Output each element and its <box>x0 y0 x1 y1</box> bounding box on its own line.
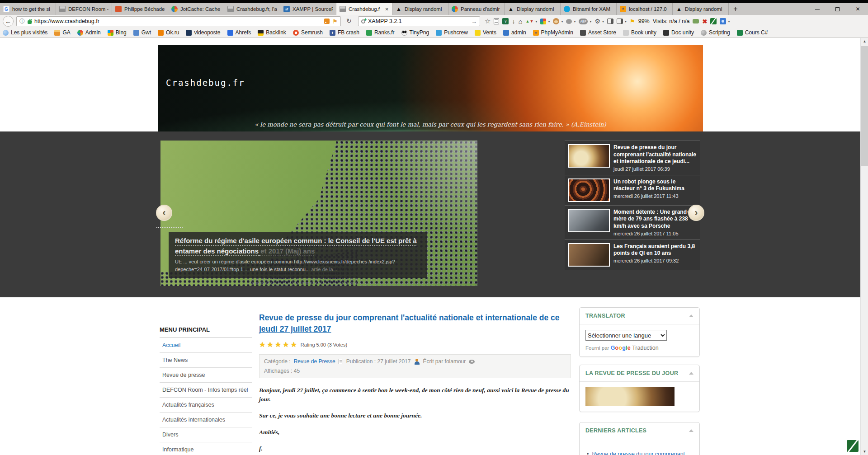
star-icon[interactable]: ★ <box>259 340 265 349</box>
browser-tab[interactable]: ▲Display randoml <box>505 3 561 15</box>
vertical-scrollbar[interactable]: ▲ ▼ <box>860 38 868 455</box>
sidebar-menu-item[interactable]: Actualités internationales <box>160 413 252 427</box>
bookmark-item[interactable]: Backlink <box>258 29 286 36</box>
browser-tab[interactable]: sfXAMPP | SourceF <box>280 3 336 15</box>
bookmark-item[interactable]: Les plus visités <box>3 29 47 36</box>
slider-prev-button[interactable]: ‹ <box>156 205 172 221</box>
bookmark-flag-icon[interactable]: ⚑ <box>332 18 338 25</box>
star-icon[interactable]: ★ <box>275 340 281 349</box>
maximize-button[interactable] <box>827 3 848 15</box>
site-info-icon[interactable]: ⓘ <box>19 18 25 25</box>
star-icon[interactable]: ★ <box>283 340 289 349</box>
caret-icon[interactable]: ▾ <box>561 19 563 23</box>
sidebar-menu-item[interactable]: The News <box>160 353 252 368</box>
av-triangles-icon[interactable]: ▲▼ <box>526 19 534 23</box>
bookmark-item[interactable]: TinyPng <box>401 29 429 36</box>
search-bar[interactable]: → <box>358 16 480 26</box>
search-engine-icon[interactable] <box>361 19 365 23</box>
scrollbar-thumb[interactable] <box>861 46 868 166</box>
rss-icon[interactable] <box>324 19 330 24</box>
handshake-icon[interactable] <box>693 19 699 23</box>
news-title[interactable]: Les Français auraient perdu 3,8 points d… <box>613 243 696 257</box>
sidebar-menu-item[interactable]: Informatique <box>160 442 252 455</box>
caret-icon[interactable]: ▾ <box>728 19 730 23</box>
browser-tab[interactable]: Bitnami for XAM <box>561 3 617 15</box>
bookmark-star-icon[interactable]: ☆ <box>485 17 491 25</box>
tab-close-icon[interactable]: ✕ <box>384 7 389 12</box>
bookmark-item[interactable]: Bing <box>108 29 127 36</box>
search-go-icon[interactable]: → <box>471 18 477 25</box>
browser-tab[interactable]: Crashdebug.f✕ <box>336 3 392 15</box>
search-input[interactable] <box>368 18 468 24</box>
star-icon[interactable]: ★ <box>267 340 273 349</box>
extension-grid-icon[interactable] <box>540 19 546 24</box>
browser-tab[interactable]: DEFCON Room - <box>56 3 112 15</box>
revue-thumbnail[interactable] <box>585 387 675 406</box>
news-item[interactable]: Les Français auraient perdu 3,8 points d… <box>565 240 700 270</box>
slide-title[interactable]: Réforme du régime d'asile européen commu… <box>175 236 421 256</box>
download-icon[interactable]: ↓ <box>512 18 515 25</box>
bookmark-item[interactable]: Doc unity <box>663 29 694 36</box>
caret-icon[interactable]: ▾ <box>548 19 550 23</box>
bookmark-item[interactable]: Vents <box>475 29 496 36</box>
bookmark-item[interactable]: Ranks.fr <box>366 29 395 36</box>
bookmark-item[interactable]: Gwt <box>133 29 151 36</box>
scroll-up-icon[interactable]: ▲ <box>861 39 868 43</box>
news-title[interactable]: Un robot plonge sous le réacteur n° 3 de… <box>613 178 696 192</box>
greasemonkey-icon[interactable] <box>553 18 559 24</box>
sidebar-menu-item[interactable]: Divers <box>160 427 252 442</box>
slider-slide[interactable]: Réforme du régime d'asile européen commu… <box>160 141 477 286</box>
scroll-down-icon[interactable]: ▼ <box>861 450 868 454</box>
home-icon[interactable]: ⌂ <box>518 18 522 25</box>
star-icon[interactable]: ★ <box>290 340 297 349</box>
bookmark-item[interactable]: Cours C# <box>737 29 768 36</box>
news-item[interactable]: Revue de presse du jour comprenant l'act… <box>565 141 700 175</box>
url-text[interactable]: https://www.crashdebug.fr <box>34 18 321 24</box>
bookmark-item[interactable]: Semrush <box>293 29 323 36</box>
sidebar-panel-icon[interactable] <box>607 19 613 24</box>
browser-tab[interactable]: ▲Display randoml <box>673 3 729 15</box>
caret-icon[interactable]: ▾ <box>535 19 537 23</box>
bookmark-item[interactable]: fFB crash <box>330 29 359 36</box>
browser-tab[interactable]: Ghow to get the si <box>0 3 56 15</box>
red-x-icon[interactable]: ✖ <box>702 18 707 25</box>
corner-extension-badge[interactable] <box>847 440 859 452</box>
bookmark-item[interactable]: Pushcrew <box>436 29 468 36</box>
collapse-icon[interactable] <box>689 314 693 317</box>
adblock-icon[interactable]: ABP <box>579 19 588 24</box>
browser-tab[interactable]: Philippe Béchade <box>112 3 168 15</box>
clipboard-icon[interactable] <box>494 18 499 24</box>
news-item[interactable]: Moment détente : Une grand-mère de 79 an… <box>565 206 700 240</box>
bookmark-item[interactable]: GA <box>54 29 70 36</box>
caret-icon[interactable]: ▾ <box>590 19 591 23</box>
browser-tab[interactable]: JotCache: Cache <box>168 3 224 15</box>
bookmark-item[interactable]: admin <box>503 29 526 36</box>
bookmark-item[interactable]: Asset Store <box>580 29 616 36</box>
bookmark-item[interactable]: Admin <box>77 29 101 36</box>
back-button[interactable]: ← <box>3 16 14 27</box>
collapse-icon[interactable] <box>689 372 693 375</box>
sidebar-menu-item[interactable]: Revue de presse <box>160 368 252 383</box>
bookmark-item[interactable]: Ok.ru <box>158 29 179 36</box>
sidebar-menu-item[interactable]: Accueil <box>160 338 252 353</box>
bug-icon[interactable] <box>566 19 572 24</box>
language-select[interactable]: Sélectionner une langue <box>585 330 667 341</box>
slider-next-button[interactable]: › <box>688 205 704 221</box>
flag-badge-icon[interactable]: ⚑ <box>630 18 635 25</box>
green-badge-icon[interactable] <box>710 18 717 24</box>
bookmark-item[interactable]: videoposte <box>186 29 220 36</box>
close-button[interactable]: ✕ <box>848 3 868 15</box>
browser-tab[interactable]: ▲Display randoml <box>392 3 448 15</box>
browser-tab[interactable]: Crashdebug.fr, l'a <box>224 3 280 15</box>
caret-icon[interactable]: ▾ <box>625 19 627 23</box>
green-save-icon[interactable]: ∨ <box>502 18 509 24</box>
category-link[interactable]: Revue de Presse <box>294 358 335 365</box>
new-tab-button[interactable]: + <box>729 3 742 15</box>
sidebar-menu-item[interactable]: DEFCON Room - Infos temps réel <box>160 383 252 398</box>
sidebar-menu-item[interactable]: Actualités françaises <box>160 398 252 413</box>
caret-icon[interactable]: ▾ <box>602 19 604 23</box>
caret-icon[interactable]: ▾ <box>574 19 576 23</box>
bookmark-item[interactable]: Book unity <box>623 29 656 36</box>
bookmark-item[interactable]: Scripting <box>701 29 730 36</box>
collapse-icon[interactable] <box>689 429 693 432</box>
